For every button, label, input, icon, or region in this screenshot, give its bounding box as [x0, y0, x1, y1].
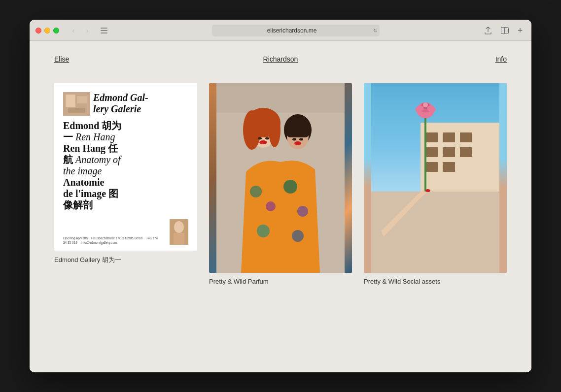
portfolio-label-2: Pretty & Wild Parfum	[209, 278, 352, 285]
svg-rect-40	[443, 147, 455, 157]
svg-point-32	[292, 138, 296, 141]
share-button[interactable]	[481, 25, 495, 36]
svg-rect-6	[66, 95, 75, 107]
svg-point-28	[259, 140, 267, 144]
svg-rect-2	[101, 33, 107, 33]
portfolio-label-1: Edmond Gallery 胡为一	[54, 256, 197, 264]
portfolio-item-1[interactable]: Edmond Gal-lery Galerie Edmond 胡为 一 Ren …	[54, 83, 197, 285]
svg-point-31	[265, 137, 269, 140]
svg-point-10	[174, 221, 184, 233]
refresh-button[interactable]: ↻	[373, 28, 378, 34]
forward-button[interactable]: ›	[81, 26, 94, 35]
back-button[interactable]: ‹	[67, 26, 80, 35]
address-bar-wrap: ↻	[114, 25, 477, 36]
portfolio-label-3: Pretty & Wild Social assets	[364, 278, 507, 285]
svg-rect-21	[286, 120, 309, 137]
svg-rect-0	[101, 28, 107, 29]
website-content: Elise Richardson Info	[30, 41, 531, 372]
close-button[interactable]	[35, 28, 41, 33]
svg-rect-36	[425, 132, 438, 142]
nav-link-info[interactable]: Info	[495, 55, 507, 63]
portfolio-grid: Edmond Gal-lery Galerie Edmond 胡为 一 Ren …	[30, 73, 531, 305]
site-navigation: Elise Richardson Info	[30, 41, 531, 73]
svg-point-27	[292, 230, 304, 242]
svg-rect-4	[501, 28, 505, 34]
photo-parfum	[209, 83, 352, 273]
browser-actions: +	[481, 25, 526, 36]
svg-rect-11	[174, 233, 184, 245]
maximize-button[interactable]	[53, 28, 59, 33]
svg-rect-37	[443, 132, 455, 142]
address-bar[interactable]	[212, 25, 380, 36]
nav-center: Richardson	[263, 55, 298, 64]
add-tab-button[interactable]	[498, 25, 512, 36]
browser-chrome: ‹ › ↻	[30, 20, 531, 41]
new-tab-button[interactable]: +	[515, 25, 526, 36]
browser-window: ‹ › ↻	[30, 20, 531, 372]
poster-edmond-gallery: Edmond Gal-lery Galerie Edmond 胡为 一 Ren …	[54, 83, 197, 251]
nav-buttons: ‹ ›	[67, 26, 94, 35]
nav-left: Elise	[54, 55, 280, 64]
address-bar-container: ↻	[212, 25, 380, 36]
svg-rect-13	[216, 83, 345, 113]
portfolio-image-3	[364, 83, 507, 273]
nav-right: Info	[280, 55, 507, 63]
photo-social	[364, 83, 507, 273]
portfolio-item-2[interactable]: Pretty & Wild Parfum	[209, 83, 352, 285]
svg-rect-42	[425, 162, 438, 172]
portfolio-image-1: Edmond Gal-lery Galerie Edmond 胡为 一 Ren …	[54, 83, 197, 251]
svg-point-49	[423, 102, 428, 107]
svg-rect-7	[77, 96, 87, 103]
svg-point-26	[257, 225, 270, 237]
svg-rect-1	[101, 30, 107, 31]
svg-rect-41	[460, 147, 472, 157]
svg-point-18	[269, 113, 280, 147]
svg-point-17	[243, 110, 261, 150]
svg-point-52	[421, 112, 429, 118]
svg-point-23	[266, 201, 276, 211]
svg-point-33	[299, 138, 303, 141]
nav-link-richardson[interactable]: Richardson	[263, 55, 298, 63]
svg-point-30	[258, 137, 262, 140]
svg-point-53	[425, 189, 430, 192]
nav-link-elise[interactable]: Elise	[54, 55, 69, 63]
minimize-button[interactable]	[44, 28, 50, 33]
portfolio-item-3[interactable]: Pretty & Wild Social assets	[364, 83, 507, 285]
svg-rect-44	[371, 192, 499, 273]
sidebar-button[interactable]	[98, 26, 110, 35]
svg-point-22	[250, 186, 262, 197]
svg-rect-45	[424, 113, 426, 192]
svg-rect-39	[425, 147, 438, 157]
svg-point-25	[297, 206, 308, 217]
traffic-lights	[35, 28, 59, 33]
portfolio-image-2	[209, 83, 352, 273]
svg-point-29	[294, 141, 301, 145]
svg-rect-43	[443, 162, 455, 172]
svg-rect-8	[68, 108, 85, 113]
svg-point-24	[283, 180, 297, 194]
svg-rect-38	[460, 132, 472, 142]
